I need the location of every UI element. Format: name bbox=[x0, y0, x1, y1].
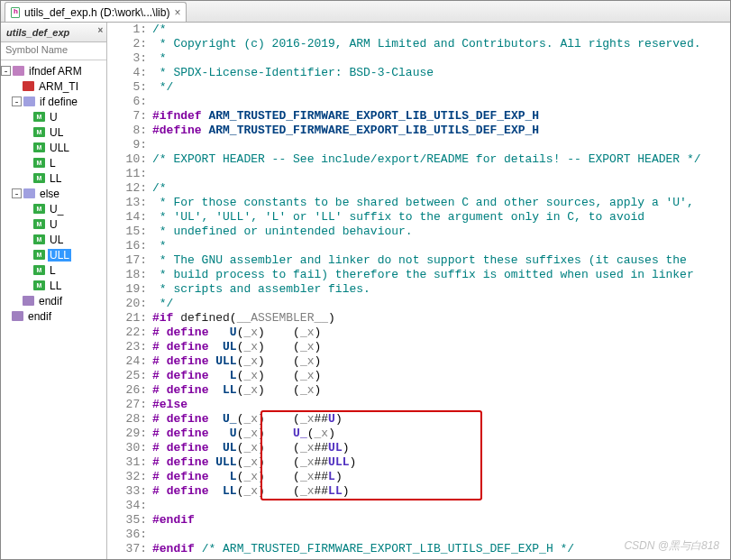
document-tab[interactable]: utils_def_exp.h (D:\work\...\lib) × bbox=[5, 2, 187, 22]
code-line[interactable]: 8:#define ARM_TRUSTED_FIRMWARE_EXPORT_LI… bbox=[107, 124, 730, 138]
tree-node[interactable]: endif bbox=[1, 293, 106, 308]
code-text: * For those constants to be shared betwe… bbox=[152, 196, 694, 210]
code-line[interactable]: 28:# define U_(_x) (_x##U) bbox=[107, 412, 730, 427]
code-line[interactable]: 21:#if defined(__ASSEMBLER__) bbox=[107, 311, 730, 326]
code-line[interactable]: 34: bbox=[107, 499, 730, 513]
code-line[interactable]: 35:#endif bbox=[107, 513, 730, 528]
symbol-icon bbox=[13, 66, 24, 76]
tree-node-label: L bbox=[48, 157, 58, 170]
tree-toggle-icon[interactable]: - bbox=[12, 188, 22, 198]
code-line[interactable]: 18: * build process to fail) therefore t… bbox=[107, 268, 730, 282]
code-line[interactable]: 31:# define ULL(_x) (_x##ULL) bbox=[107, 455, 730, 470]
close-icon[interactable]: × bbox=[97, 25, 103, 35]
code-text: # define L(_x) (_x##L) bbox=[152, 470, 343, 484]
code-line[interactable]: 15: * undefined or unintended behaviour. bbox=[107, 225, 730, 239]
gutter: 37: bbox=[107, 542, 152, 556]
code-line[interactable]: 7:#ifndef ARM_TRUSTED_FIRMWARE_EXPORT_LI… bbox=[107, 109, 730, 124]
code-line[interactable]: 26:# define LL(_x) (_x) bbox=[107, 383, 730, 398]
symbol-icon: M bbox=[33, 219, 45, 229]
symbol-icon: M bbox=[33, 158, 45, 168]
document-tab-title: utils_def_exp.h (D:\work\...\lib) bbox=[24, 6, 169, 19]
code-text: # define U_(_x) (_x##U) bbox=[152, 412, 343, 427]
tree-toggle-icon[interactable]: - bbox=[1, 66, 11, 76]
code-line[interactable]: 1:/* bbox=[107, 23, 730, 37]
code-line[interactable]: 2: * Copyright (c) 2016-2019, ARM Limite… bbox=[107, 37, 730, 51]
symbol-tree[interactable]: -ifndef ARMARM_TI-if defineMUMULMULLMLML… bbox=[1, 60, 106, 559]
close-icon[interactable]: × bbox=[174, 6, 180, 19]
code-line[interactable]: 30:# define UL(_x) (_x##UL) bbox=[107, 441, 730, 455]
code-line[interactable]: 16: * bbox=[107, 239, 730, 253]
gutter: 27: bbox=[107, 398, 152, 412]
tree-toggle-icon[interactable]: - bbox=[12, 96, 22, 106]
code-line[interactable]: 3: * bbox=[107, 51, 730, 66]
code-line[interactable]: 13: * For those constants to be shared b… bbox=[107, 196, 730, 210]
code-line[interactable]: 14: * 'UL', 'ULL', 'L' or 'LL' suffix to… bbox=[107, 210, 730, 225]
tree-node-label: ULL bbox=[48, 249, 71, 262]
tree-node[interactable]: MULL bbox=[1, 247, 106, 262]
gutter: 2: bbox=[107, 37, 152, 51]
code-line[interactable]: 10:/* EXPORT HEADER -- See include/expor… bbox=[107, 152, 730, 167]
tree-node[interactable]: -else bbox=[1, 186, 106, 201]
code-text: * The GNU assembler and linker do not su… bbox=[152, 253, 687, 268]
tree-node[interactable]: MU bbox=[1, 216, 106, 232]
gutter: 4: bbox=[107, 66, 152, 80]
code-line[interactable]: 12:/* bbox=[107, 181, 730, 196]
tree-node-label: LL bbox=[48, 172, 63, 185]
tree-node[interactable]: MLL bbox=[1, 170, 106, 186]
code-line[interactable]: 9: bbox=[107, 138, 730, 152]
gutter: 12: bbox=[107, 181, 152, 196]
tree-node[interactable]: MUL bbox=[1, 232, 106, 247]
tree-node[interactable]: MUL bbox=[1, 124, 106, 140]
tree-node[interactable]: ML bbox=[1, 155, 106, 170]
tree-node-label: ifndef ARM bbox=[27, 65, 84, 78]
document-tabbar: utils_def_exp.h (D:\work\...\lib) × bbox=[1, 1, 730, 23]
tree-node[interactable]: MU_ bbox=[1, 201, 106, 216]
symbol-icon: M bbox=[33, 265, 45, 275]
code-line[interactable]: 5: */ bbox=[107, 80, 730, 95]
code-line[interactable]: 25:# define L(_x) (_x) bbox=[107, 369, 730, 383]
code-line[interactable]: 17: * The GNU assembler and linker do no… bbox=[107, 253, 730, 268]
gutter: 14: bbox=[107, 210, 152, 225]
code-text: #else bbox=[152, 398, 187, 412]
code-line[interactable]: 37:#endif /* ARM_TRUSTED_FIRMWARE_EXPORT… bbox=[107, 542, 730, 556]
code-text: # define ULL(_x) (_x) bbox=[152, 354, 321, 369]
code-line[interactable]: 33:# define LL(_x) (_x##LL) bbox=[107, 484, 730, 499]
code-line[interactable]: 11: bbox=[107, 167, 730, 181]
gutter: 33: bbox=[107, 484, 152, 499]
tree-node-label: endif bbox=[37, 295, 64, 308]
sidebar-column-header[interactable]: Symbol Name bbox=[1, 42, 106, 60]
code-text: # define LL(_x) (_x##LL) bbox=[152, 484, 350, 499]
sidebar-tab[interactable]: utils_def_exp × bbox=[1, 23, 106, 42]
sidebar-tab-title: utils_def_exp bbox=[6, 27, 69, 38]
tree-node[interactable]: ARM_TI bbox=[1, 78, 106, 94]
header-file-icon bbox=[11, 7, 20, 18]
code-line[interactable]: 22:# define U(_x) (_x) bbox=[107, 326, 730, 340]
code-line[interactable]: 24:# define ULL(_x) (_x) bbox=[107, 354, 730, 369]
tree-node[interactable]: MULL bbox=[1, 140, 106, 155]
tree-node[interactable]: endif bbox=[1, 308, 106, 324]
gutter: 20: bbox=[107, 297, 152, 311]
code-line[interactable]: 4: * SPDX-License-Identifier: BSD-3-Clau… bbox=[107, 66, 730, 80]
code-line[interactable]: 27:#else bbox=[107, 398, 730, 412]
tree-node[interactable]: ML bbox=[1, 262, 106, 278]
symbol-icon bbox=[12, 311, 23, 321]
code-line[interactable]: 29:# define U(_x) U_(_x) bbox=[107, 427, 730, 441]
code-line[interactable]: 20: */ bbox=[107, 297, 730, 311]
code-line[interactable]: 6: bbox=[107, 95, 730, 109]
gutter: 7: bbox=[107, 109, 152, 124]
tree-node[interactable]: MU bbox=[1, 109, 106, 124]
code-line[interactable]: 23:# define UL(_x) (_x) bbox=[107, 340, 730, 354]
symbol-icon: M bbox=[33, 234, 45, 244]
tree-node[interactable]: -ifndef ARM bbox=[1, 63, 106, 78]
code-editor[interactable]: 1:/*2: * Copyright (c) 2016-2019, ARM Li… bbox=[107, 23, 730, 559]
tree-node[interactable]: MLL bbox=[1, 278, 106, 293]
gutter: 25: bbox=[107, 369, 152, 383]
code-line[interactable]: 19: * scripts and assembler files. bbox=[107, 282, 730, 297]
code-text: /* EXPORT HEADER -- See include/export/R… bbox=[152, 152, 701, 167]
code-text: * bbox=[152, 51, 167, 66]
tree-node[interactable]: -if define bbox=[1, 94, 106, 109]
tree-node-label: U bbox=[48, 111, 59, 124]
tree-node-label: UL bbox=[48, 126, 65, 139]
code-line[interactable]: 36: bbox=[107, 528, 730, 542]
code-line[interactable]: 32:# define L(_x) (_x##L) bbox=[107, 470, 730, 484]
